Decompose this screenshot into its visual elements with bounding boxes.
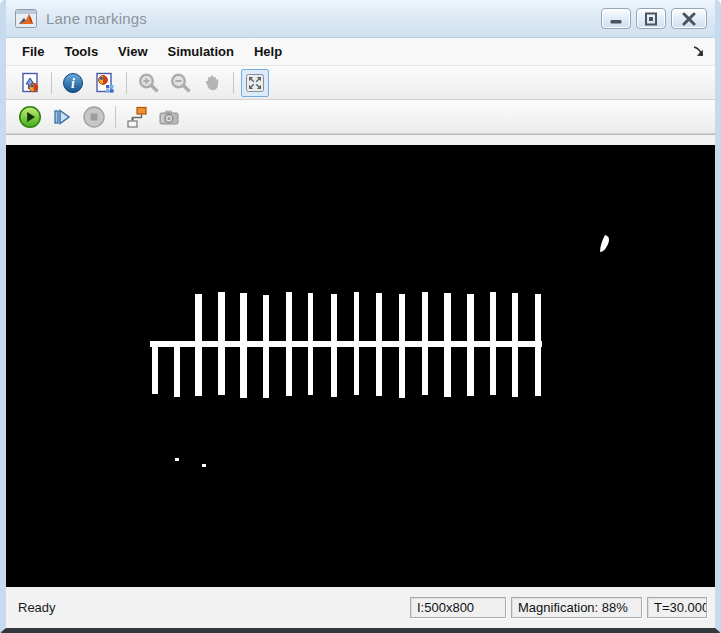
snapshot-icon — [156, 104, 182, 130]
view-toolbar: i — [6, 66, 715, 100]
zoom-out-button[interactable] — [166, 69, 194, 97]
pixel-region-icon — [93, 71, 117, 95]
zoom-in-button[interactable] — [134, 69, 162, 97]
menu-simulation[interactable]: Simulation — [158, 40, 244, 63]
stop-button[interactable] — [80, 103, 108, 131]
maintain-fit-to-window-button[interactable] — [241, 69, 269, 97]
export-frame-icon — [18, 71, 42, 95]
window-title: Lane markings — [46, 10, 601, 27]
step-forward-button[interactable] — [48, 103, 76, 131]
menu-view[interactable]: View — [108, 40, 157, 63]
status-panels: I:500x800 Magnification: 88% T=30.000 — [410, 597, 707, 618]
video-viewer-window: Lane markings File Tools Vie — [0, 0, 721, 633]
stop-icon — [81, 104, 107, 130]
menu-file[interactable]: File — [12, 40, 54, 63]
pan-button[interactable] — [198, 69, 226, 97]
window-controls — [601, 8, 707, 29]
play-icon — [17, 104, 43, 130]
magnification-indicator: Magnification: 88% — [511, 597, 642, 618]
video-display-area[interactable] — [6, 145, 715, 587]
simulation-time-indicator: T=30.000 — [647, 597, 707, 618]
menu-bar: File Tools View Simulation Help — [6, 38, 715, 66]
toolbar-separator — [51, 72, 52, 94]
snapshot-button[interactable] — [155, 103, 183, 131]
toolbar-viewport-divider — [6, 134, 715, 145]
play-button[interactable] — [16, 103, 44, 131]
zoom-in-icon — [136, 71, 160, 95]
video-information-button[interactable]: i — [59, 69, 87, 97]
title-bar[interactable]: Lane markings — [6, 0, 715, 38]
toolbar-separator — [115, 106, 116, 128]
lane-markings-svg — [6, 145, 715, 587]
toolbar-separator — [126, 72, 127, 94]
playback-toolbar — [6, 100, 715, 134]
zoom-out-icon — [168, 71, 192, 95]
minimize-icon — [608, 12, 624, 26]
dock-arrow-icon[interactable] — [692, 45, 705, 58]
close-button[interactable] — [671, 8, 707, 29]
export-frame-button[interactable] — [16, 69, 44, 97]
menu-help[interactable]: Help — [244, 40, 292, 63]
maximize-button[interactable] — [636, 8, 666, 29]
maintain-fit-to-window-icon — [243, 71, 267, 95]
toolbar-separator — [233, 72, 234, 94]
status-message: Ready — [18, 600, 410, 615]
image-size-indicator: I:500x800 — [410, 597, 506, 618]
menu-tools[interactable]: Tools — [54, 40, 108, 63]
highlight-simulink-signal-button[interactable] — [123, 103, 151, 131]
video-information-icon: i — [61, 71, 85, 95]
pan-icon — [200, 71, 224, 95]
status-bar: Ready I:500x800 Magnification: 88% T=30.… — [6, 587, 715, 628]
step-forward-icon — [49, 104, 75, 130]
highlight-simulink-signal-icon — [125, 105, 149, 129]
maximize-icon — [643, 12, 659, 26]
pixel-region-button[interactable] — [91, 69, 119, 97]
svg-text:i: i — [71, 76, 75, 91]
matlab-icon — [15, 9, 37, 28]
close-icon — [681, 12, 697, 26]
minimize-button[interactable] — [601, 8, 631, 29]
